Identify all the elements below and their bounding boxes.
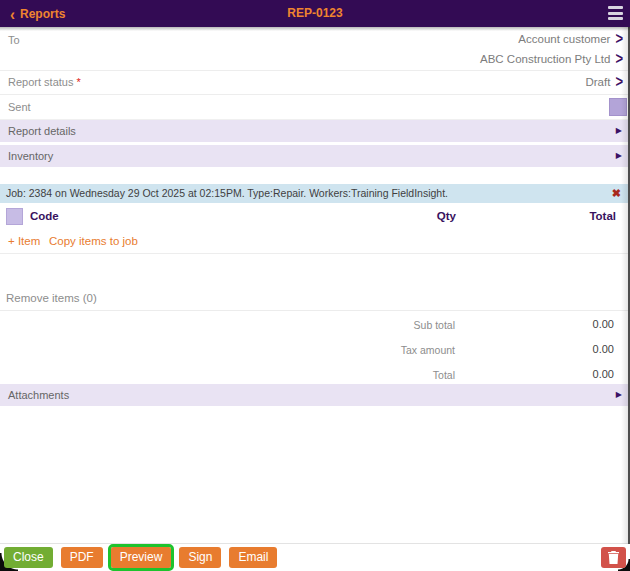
total-value: 0.00	[593, 368, 614, 380]
copy-items-to-job-button[interactable]: Copy items to job	[49, 229, 138, 253]
to-label: To	[8, 34, 20, 46]
preview-button[interactable]: Preview	[111, 547, 172, 568]
report-screen: ‹ Reports REP-0123 To Account customer >…	[0, 0, 630, 571]
totals-section: Sub total 0.00 Tax amount 0.00 Total 0.0…	[0, 311, 630, 386]
to-account-customer-field[interactable]: Account customer >	[518, 32, 623, 45]
report-details-label: Report details	[8, 120, 76, 142]
delete-report-button[interactable]	[601, 547, 626, 568]
section-attachments[interactable]: Attachments ▶	[0, 384, 630, 406]
inventory-label: Inventory	[8, 145, 53, 167]
sign-button[interactable]: Sign	[179, 547, 221, 568]
item-actions-row: + Item Copy items to job	[0, 229, 630, 254]
tax-amount-label: Tax amount	[401, 344, 455, 356]
required-asterisk: *	[76, 76, 80, 88]
column-total: Total	[589, 203, 616, 229]
items-table-header: Code Qty Total	[0, 203, 630, 230]
total-row: Total 0.00	[0, 361, 630, 386]
report-status-value: Draft	[585, 76, 610, 88]
section-inventory[interactable]: Inventory ▶	[0, 145, 630, 167]
close-job-icon[interactable]: ✖	[612, 184, 621, 203]
sent-row: Sent	[0, 95, 630, 120]
section-report-details[interactable]: Report details ▶	[0, 120, 630, 142]
column-code: Code	[30, 203, 59, 229]
report-status-row: Report status* Draft >	[0, 71, 630, 95]
menu-button[interactable]	[608, 6, 623, 20]
to-company-value: ABC Construction Pty Ltd	[480, 53, 610, 65]
email-button[interactable]: Email	[229, 547, 277, 568]
sent-label: Sent	[8, 101, 31, 113]
content-divider	[0, 543, 630, 544]
to-company-field[interactable]: ABC Construction Pty Ltd >	[480, 52, 623, 65]
report-status-field[interactable]: Draft >	[585, 75, 623, 88]
header-shadow	[0, 27, 630, 31]
subtotal-row: Sub total 0.00	[0, 311, 630, 336]
job-banner: Job: 2384 on Wednesday 29 Oct 2025 at 02…	[0, 184, 630, 203]
page-title: REP-0123	[0, 0, 630, 27]
column-qty: Qty	[437, 203, 456, 229]
subtotal-value: 0.00	[593, 318, 614, 330]
attachments-label: Attachments	[8, 384, 69, 406]
total-label: Total	[433, 369, 455, 381]
select-all-checkbox[interactable]	[6, 208, 23, 225]
to-row: To Account customer > ABC Construction P…	[0, 28, 630, 71]
pdf-button[interactable]: PDF	[61, 547, 103, 568]
close-button[interactable]: Close	[4, 547, 53, 568]
app-header: ‹ Reports REP-0123	[0, 0, 630, 27]
tax-amount-row: Tax amount 0.00	[0, 336, 630, 361]
hamburger-icon	[608, 6, 623, 9]
footer-toolbar: Close PDF Preview Sign Email	[4, 547, 277, 568]
subtotal-label: Sub total	[414, 319, 455, 331]
remove-items-label[interactable]: Remove items (0)	[6, 287, 97, 310]
add-item-button[interactable]: + Item	[8, 229, 40, 253]
to-account-customer-value: Account customer	[518, 33, 610, 45]
trash-icon	[608, 551, 619, 564]
job-banner-text: Job: 2384 on Wednesday 29 Oct 2025 at 02…	[6, 184, 448, 203]
tax-amount-value: 0.00	[593, 343, 614, 355]
remove-items-row: Remove items (0)	[0, 287, 630, 311]
report-status-label: Report status*	[8, 76, 81, 88]
scrollbar-track[interactable]	[621, 27, 630, 544]
